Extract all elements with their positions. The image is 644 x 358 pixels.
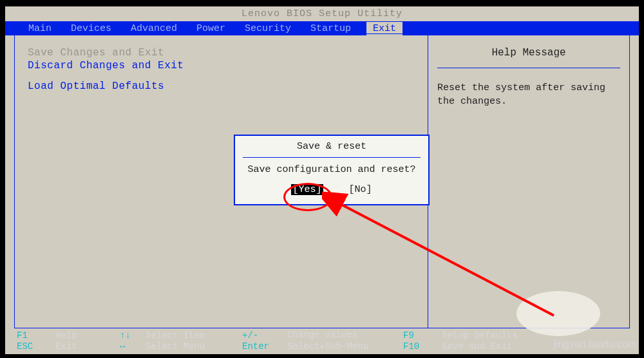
footer-sub-menu: Select▸Sub-Menu	[287, 341, 403, 352]
footer-arrows-v-icon: ↑↓	[120, 330, 146, 341]
help-panel: Help Message Reset the system after savi…	[428, 34, 629, 328]
footer-f1-key: F1	[17, 330, 55, 341]
footer-f10-key: F10	[403, 341, 442, 352]
help-text: Reset the system after saving the change…	[437, 81, 620, 108]
footer-select-item: Select Item	[146, 330, 242, 341]
footer-esc-key: ESC	[17, 341, 55, 352]
dialog-message: Save configuration and reset?	[243, 164, 421, 175]
footer-esc-label: Exit	[55, 341, 120, 352]
option-load-optimal-defaults[interactable]: Load Optimal Defaults	[28, 80, 415, 92]
watermark-text: jingyan.baidu.com	[553, 339, 636, 350]
footer-f9-label: Setup Defaults	[442, 330, 545, 341]
footer-bar: F1 ESC Help Exit ↑↓ ↔ Select Item Select…	[17, 330, 627, 352]
footer-enter-key: Enter	[242, 341, 287, 352]
footer-arrows-h-icon: ↔	[120, 341, 146, 352]
footer-select-menu: Select Menu	[146, 341, 242, 352]
bios-screen: Lenovo BIOS Setup Utility Main Devices A…	[5, 6, 639, 354]
option-save-and-exit: Save Changes and Exit	[28, 47, 415, 59]
dialog-title: Save & reset	[243, 141, 421, 158]
help-title: Help Message	[437, 47, 620, 68]
footer-f9-key: F9	[403, 330, 442, 341]
option-discard-and-exit[interactable]: Discard Changes and Exit	[28, 60, 415, 71]
footer-f1-label: Help	[55, 330, 120, 341]
dialog-yes-button[interactable]: [Yes]	[291, 184, 323, 195]
save-reset-dialog: Save & reset Save configuration and rese…	[234, 135, 430, 205]
footer-f10-label: Save and Exit	[442, 341, 545, 352]
footer-pm-key: +/-	[242, 330, 287, 341]
dialog-no-button[interactable]: [No]	[349, 184, 372, 195]
app-title: Lenovo BIOS Setup Utility	[5, 6, 639, 21]
footer-change-values: Change Values	[287, 330, 403, 340]
dialog-buttons: [Yes] [No]	[243, 184, 421, 195]
